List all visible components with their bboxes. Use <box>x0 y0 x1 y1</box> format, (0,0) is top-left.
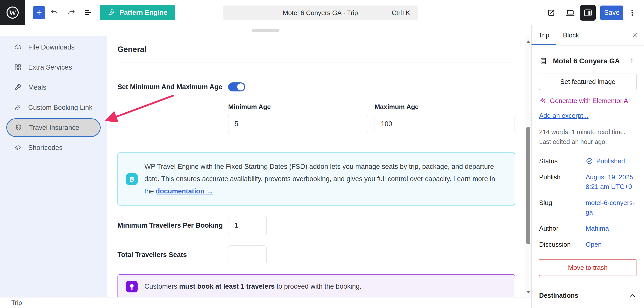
sidebar-item-shortcodes[interactable]: Shortcodes <box>0 138 107 158</box>
top-toolbar: W + Pattern Engine Motel 6 Conyers GA · … <box>0 0 644 25</box>
author-value[interactable]: Mahima <box>586 224 636 233</box>
elementor-ai-button[interactable]: Generate with Elementor AI <box>539 97 636 105</box>
total-seats-input[interactable] <box>228 245 267 264</box>
close-inspector-button[interactable] <box>630 30 640 40</box>
publish-label: Publish <box>539 172 586 182</box>
scrollbar-thumb[interactable] <box>526 127 530 244</box>
elementor-ai-label: Generate with Elementor AI <box>550 97 630 105</box>
set-featured-image-button[interactable]: Set featured image <box>539 74 636 90</box>
chevron-up-icon <box>629 292 636 299</box>
pattern-engine-button[interactable]: Pattern Engine <box>100 5 175 20</box>
redo-icon <box>67 8 75 17</box>
scroll-up-arrow[interactable] <box>526 40 530 43</box>
destinations-section: Destinations <box>532 284 644 308</box>
tip-after: to proceed with the booking. <box>275 283 361 290</box>
save-button[interactable]: Save <box>600 6 623 20</box>
min-travellers-row: Minimum Travellers Per Booking <box>117 216 515 235</box>
svg-text:W: W <box>9 9 16 17</box>
check-circle-icon <box>586 157 593 165</box>
settings-sidebar-toggle[interactable] <box>580 5 596 21</box>
sidebar-item-label: Extra Services <box>28 64 72 71</box>
note-glyph <box>128 175 136 183</box>
redo-button[interactable] <box>64 5 78 20</box>
pattern-engine-label: Pattern Engine <box>119 9 168 17</box>
sidebar-item-label: Custom Booking Link <box>28 104 92 112</box>
trip-settings-sidebar: File Downloads Extra Services Meals <box>0 36 107 297</box>
post-actions-button[interactable] <box>627 56 636 66</box>
minimum-age-field: Minimum Age <box>228 103 368 133</box>
block-inserter-button[interactable]: + <box>33 6 45 19</box>
command-palette[interactable]: Motel 6 Conyers GA · Trip Ctrl+K <box>223 6 418 20</box>
discussion-value[interactable]: Open <box>586 240 636 249</box>
minimum-age-input[interactable] <box>228 115 368 133</box>
slug-value[interactable]: motel-6-conyers-ga <box>586 198 636 217</box>
kebab-menu-icon <box>629 57 635 65</box>
editor-footer: Trip <box>0 297 531 308</box>
view-site-button[interactable] <box>544 6 558 20</box>
min-travellers-input[interactable] <box>228 216 267 235</box>
breadcrumb[interactable]: Trip <box>11 299 22 306</box>
inspector-tabs: Trip Block <box>532 25 644 45</box>
list-view-button[interactable] <box>80 5 95 20</box>
maximum-age-label: Maximum Age <box>375 103 514 111</box>
status-row: Status Published <box>539 156 636 166</box>
age-toggle-switch[interactable] <box>228 82 245 91</box>
inspector-body: Motel 6 Conyers GA Set featured image Ge… <box>532 56 644 308</box>
canvas-top-strip <box>0 25 531 36</box>
summary-rows: Status Published Publish August 19, 2025… <box>539 156 636 249</box>
minimum-age-label: Minimum Age <box>228 103 368 111</box>
divider <box>117 63 515 63</box>
options-menu-button[interactable] <box>626 6 638 20</box>
sidebar-item-file-downloads[interactable]: File Downloads <box>0 37 107 57</box>
status-label: Status <box>539 156 586 166</box>
location-pin-icon <box>107 8 116 17</box>
wordpress-icon: W <box>5 5 20 20</box>
status-value[interactable]: Published <box>586 156 636 166</box>
move-to-trash-button[interactable]: Move to trash <box>539 259 636 276</box>
scroll-down-arrow[interactable] <box>526 291 530 293</box>
wordpress-logo[interactable]: W <box>0 0 25 25</box>
discussion-label: Discussion <box>539 240 586 249</box>
link-icon <box>14 104 22 112</box>
drag-handle[interactable] <box>252 29 279 32</box>
sidebar-item-label: Meals <box>28 84 46 91</box>
vertical-scrollbar <box>525 36 531 297</box>
destinations-header[interactable]: Destinations <box>539 292 636 299</box>
age-fields-group: Minimum Age Maximum Age <box>228 103 515 133</box>
sidebar-item-meals[interactable]: Meals <box>0 77 107 97</box>
section-title: General <box>117 36 515 54</box>
sidebar-item-extra-services[interactable]: Extra Services <box>0 57 107 77</box>
document-title: Motel 6 Conyers GA · Trip <box>283 9 358 17</box>
maximum-age-field: Maximum Age <box>375 103 514 133</box>
fsd-note-text: WP Travel Engine with the Fixed Starting… <box>144 161 505 197</box>
tab-block[interactable]: Block <box>556 25 586 45</box>
tab-trip[interactable]: Trip <box>532 25 556 45</box>
switch-knob <box>237 83 244 90</box>
add-excerpt-link[interactable]: Add an excerpt... <box>539 112 589 120</box>
documentation-link[interactable]: documentation → <box>156 187 213 195</box>
preview-device-button[interactable] <box>563 6 578 20</box>
note-document-icon <box>126 173 138 185</box>
tip-before: Customers <box>144 283 179 290</box>
age-toggle-row: Set Minimum And Maximum Age <box>117 82 515 91</box>
sidebar-item-travel-insurance[interactable]: Travel Insurance <box>6 118 101 137</box>
slug-label: Slug <box>539 198 586 208</box>
post-meta-text: 214 words, 1 minute read time. Last edit… <box>539 127 636 147</box>
kebab-menu-icon <box>628 9 636 17</box>
maximum-age-input[interactable] <box>375 115 514 133</box>
slug-row: Slug motel-6-conyers-ga <box>539 198 636 217</box>
general-settings-panel: General Set Minimum And Maximum Age Mini… <box>107 36 525 297</box>
keyboard-shortcut: Ctrl+K <box>392 9 410 17</box>
sidebar-item-custom-booking-link[interactable]: Custom Booking Link <box>0 97 107 118</box>
author-row: Author Mahima <box>539 224 636 233</box>
publish-value[interactable]: August 19, 2025 8:21 am UTC+0 <box>586 172 636 191</box>
external-link-icon <box>547 8 556 17</box>
bulb-glyph <box>128 283 136 290</box>
code-icon <box>14 144 22 152</box>
tip-bold: must book at least 1 travelers <box>179 283 275 290</box>
undo-button[interactable] <box>47 5 62 20</box>
word-count: 214 words, 1 minute read time. <box>539 127 636 137</box>
list-view-icon <box>83 8 92 17</box>
travellers-tip-note: Customers must book at least 1 travelers… <box>117 274 515 299</box>
editor-canvas: File Downloads Extra Services Meals <box>0 25 531 297</box>
